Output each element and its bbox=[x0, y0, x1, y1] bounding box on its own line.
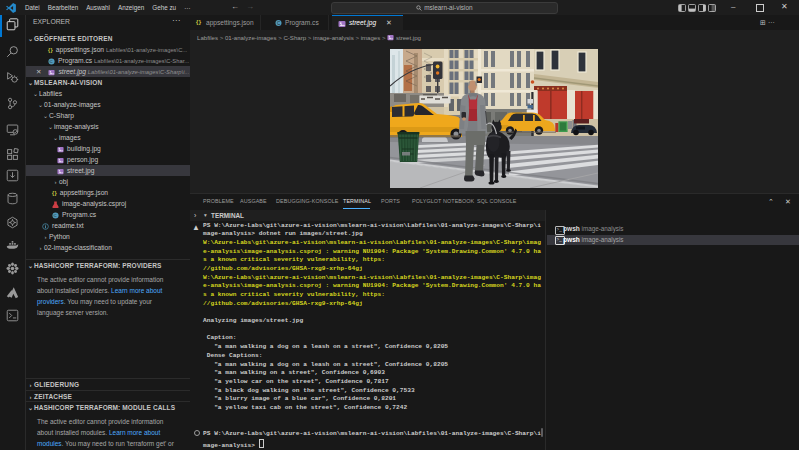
svg-text:C: C bbox=[50, 59, 53, 64]
svg-text:C: C bbox=[54, 213, 57, 218]
